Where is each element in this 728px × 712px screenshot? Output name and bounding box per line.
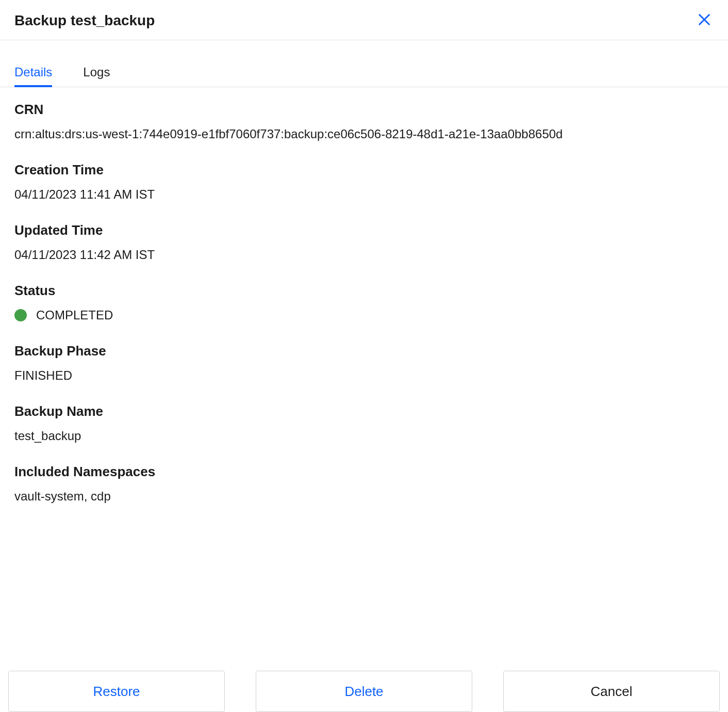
backup-phase-label: Backup Phase xyxy=(14,343,714,359)
delete-button[interactable]: Delete xyxy=(256,671,472,712)
backup-phase-value: FINISHED xyxy=(14,368,714,383)
status-label: Status xyxy=(14,283,714,299)
field-crn: CRN crn:altus:drs:us-west-1:744e0919-e1f… xyxy=(14,102,714,141)
field-status: Status COMPLETED xyxy=(14,283,714,322)
footer-actions: Restore Delete Cancel xyxy=(0,671,728,712)
close-button[interactable] xyxy=(695,10,714,30)
included-namespaces-label: Included Namespaces xyxy=(14,464,714,480)
tab-details[interactable]: Details xyxy=(14,65,52,87)
field-updated-time: Updated Time 04/11/2023 11:42 AM IST xyxy=(14,222,714,262)
crn-value: crn:altus:drs:us-west-1:744e0919-e1fbf70… xyxy=(14,127,714,141)
creation-time-value: 04/11/2023 11:41 AM IST xyxy=(14,187,714,202)
updated-time-value: 04/11/2023 11:42 AM IST xyxy=(14,248,714,262)
field-backup-name: Backup Name test_backup xyxy=(14,403,714,443)
restore-button[interactable]: Restore xyxy=(8,671,225,712)
cancel-button[interactable]: Cancel xyxy=(503,671,720,712)
close-icon xyxy=(697,12,712,28)
included-namespaces-value: vault-system, cdp xyxy=(14,489,714,504)
field-backup-phase: Backup Phase FINISHED xyxy=(14,343,714,383)
crn-label: CRN xyxy=(14,102,714,118)
panel-header: Backup test_backup xyxy=(0,0,728,40)
updated-time-label: Updated Time xyxy=(14,222,714,238)
creation-time-label: Creation Time xyxy=(14,162,714,178)
backup-name-label: Backup Name xyxy=(14,403,714,419)
status-value: COMPLETED xyxy=(36,308,113,322)
status-row: COMPLETED xyxy=(14,308,714,322)
panel-title: Backup test_backup xyxy=(14,12,155,29)
field-creation-time: Creation Time 04/11/2023 11:41 AM IST xyxy=(14,162,714,202)
tab-logs[interactable]: Logs xyxy=(83,65,110,87)
details-content: CRN crn:altus:drs:us-west-1:744e0919-e1f… xyxy=(0,87,728,671)
field-included-namespaces: Included Namespaces vault-system, cdp xyxy=(14,464,714,504)
status-dot-icon xyxy=(14,309,27,321)
tab-bar: Details Logs xyxy=(0,65,728,87)
backup-details-panel: Backup test_backup Details Logs CRN crn:… xyxy=(0,0,728,712)
backup-name-value: test_backup xyxy=(14,429,714,443)
